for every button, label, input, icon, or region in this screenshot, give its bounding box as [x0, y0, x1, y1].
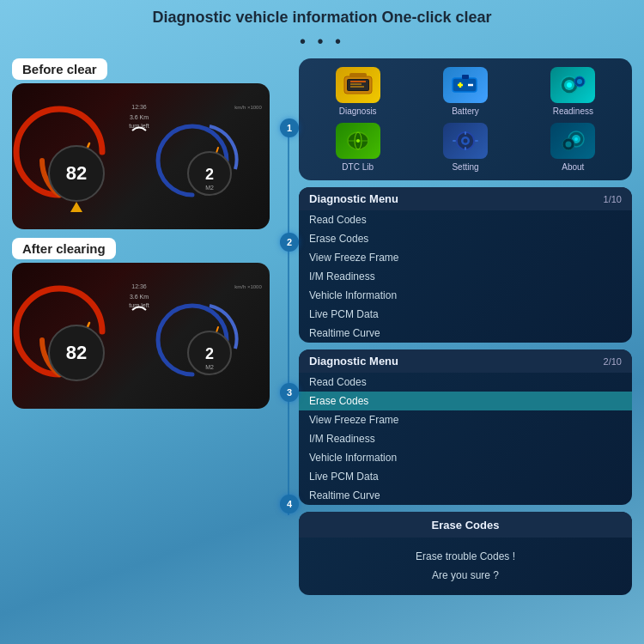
battery-label: Battery	[452, 106, 479, 116]
connector-line	[288, 120, 289, 515]
svg-text:12:36: 12:36	[131, 104, 147, 110]
diag2-item-5[interactable]: Live PCM Data	[299, 467, 632, 486]
about-icon	[550, 123, 595, 159]
diagnostic-menu-1: Diagnostic Menu 1/10 Read Codes Erase Co…	[299, 187, 632, 343]
svg-text:M2: M2	[205, 364, 214, 370]
svg-rect-47	[465, 131, 466, 135]
step3-circle: 3	[280, 383, 299, 402]
after-clearing-section: After clearing 82	[12, 238, 270, 409]
icon-grid: Diagnosis Battery	[299, 58, 632, 180]
diag-menu1-title: Diagnostic Menu	[309, 192, 398, 205]
icon-cell-about[interactable]: About	[523, 123, 623, 172]
setting-label: Setting	[452, 162, 478, 172]
svg-rect-26	[349, 73, 367, 77]
diag2-item-4[interactable]: Vehicle Information	[299, 448, 632, 467]
svg-text:km/h ×1000: km/h ×1000	[234, 284, 262, 289]
diag-menu2-page: 2/10	[604, 356, 622, 367]
svg-text:3.6 Km: 3.6 Km	[130, 294, 149, 300]
pagination-dots: • • •	[0, 32, 644, 52]
svg-marker-3	[70, 202, 82, 212]
svg-point-37	[567, 82, 572, 88]
svg-text:12:36: 12:36	[131, 283, 147, 289]
before-clear-label: Before clear	[12, 58, 107, 80]
svg-rect-49	[453, 140, 456, 142]
diag-menu1-page: 1/10	[604, 194, 622, 204]
icon-cell-diagnosis[interactable]: Diagnosis	[307, 67, 408, 116]
after-clearing-label: After clearing	[12, 238, 116, 259]
diag2-item-2[interactable]: View Freeze Frame	[299, 410, 632, 429]
right-column: Diagnosis Battery	[299, 58, 632, 595]
erase-codes-box: Erase Codes Erase trouble Codes ! Are yo…	[299, 512, 632, 595]
battery-icon	[443, 67, 488, 103]
erase-line1: Erase trouble Codes !	[309, 548, 622, 567]
dashboard-after: 82 12:36 3.6 Km turn left	[12, 263, 270, 409]
diagnostic-menu-2: Diagnostic Menu 2/10 Read Codes Erase Co…	[299, 349, 632, 505]
dashboard-image-after: 82 12:36 3.6 Km turn left	[12, 263, 270, 409]
about-label: About	[562, 162, 584, 172]
svg-text:82: 82	[66, 342, 87, 363]
left-column: Before clear 82	[12, 58, 278, 595]
step1-circle: 1	[280, 118, 299, 137]
step4-circle: 4	[280, 495, 299, 513]
dtclib-icon	[336, 123, 380, 159]
diag2-item-0[interactable]: Read Codes	[299, 373, 632, 392]
svg-text:3.6 Km: 3.6 Km	[130, 114, 149, 120]
diag1-item-2[interactable]: View Freeze Frame	[299, 248, 632, 267]
readiness-label: Readiness	[553, 106, 593, 116]
diag1-item-0[interactable]: Read Codes	[299, 210, 632, 229]
step1-row: Before clear 82	[12, 58, 278, 229]
readiness-icon	[550, 67, 595, 103]
svg-text:M2: M2	[205, 185, 214, 191]
svg-rect-31	[462, 75, 469, 79]
setting-icon	[443, 123, 488, 159]
diag2-item-3[interactable]: I/M Readiness	[299, 429, 632, 448]
erase-body: Erase trouble Codes ! Are you sure ?	[299, 538, 632, 595]
diagnosis-label: Diagnosis	[339, 106, 377, 116]
dtclib-label: DTC Lib	[342, 162, 374, 172]
before-clear-section: Before clear 82	[12, 58, 270, 229]
icon-cell-readiness[interactable]: Readiness	[523, 67, 623, 116]
step2-circle: 2	[280, 233, 299, 252]
diag1-item-6[interactable]: Realtime Curve	[299, 324, 632, 343]
step3-row: After clearing 82	[12, 238, 278, 409]
svg-point-39	[577, 79, 582, 84]
svg-text:km/h ×1000: km/h ×1000	[234, 105, 262, 110]
svg-rect-50	[475, 140, 478, 142]
svg-point-43	[356, 139, 360, 143]
diag-menu2-title: Diagnostic Menu	[309, 355, 398, 368]
icon-cell-setting[interactable]: Setting	[415, 123, 515, 172]
diag-menu2-header: Diagnostic Menu 2/10	[299, 349, 632, 373]
erase-header: Erase Codes	[299, 512, 632, 538]
svg-text:2: 2	[205, 345, 214, 362]
diag1-item-1[interactable]: Erase Codes	[299, 229, 632, 248]
diagnosis-icon	[336, 67, 380, 103]
diag2-item-1[interactable]: Erase Codes	[299, 392, 632, 410]
diag1-item-5[interactable]: Live PCM Data	[299, 305, 632, 324]
erase-line2: Are you sure ?	[309, 567, 622, 586]
erase-title: Erase Codes	[432, 519, 500, 532]
dashboard-before: 82 12:36 3.6 Km turn left	[12, 83, 270, 229]
diag1-item-4[interactable]: Vehicle Information	[299, 286, 632, 305]
diag1-item-3[interactable]: I/M Readiness	[299, 267, 632, 286]
svg-point-53	[574, 137, 578, 141]
svg-rect-48	[465, 147, 466, 150]
svg-text:82: 82	[66, 162, 87, 184]
page-title: Diagnostic vehicle information One-click…	[0, 0, 644, 27]
icon-cell-battery[interactable]: Battery	[415, 67, 515, 116]
svg-point-55	[566, 142, 572, 148]
diag2-item-6[interactable]: Realtime Curve	[299, 486, 632, 505]
dashboard-image-before: 82 12:36 3.6 Km turn left	[12, 83, 270, 229]
diag-menu1-header: Diagnostic Menu 1/10	[299, 187, 632, 210]
svg-text:2: 2	[205, 166, 214, 183]
icon-cell-dtclib[interactable]: DTC Lib	[307, 123, 408, 172]
svg-point-46	[463, 139, 467, 143]
